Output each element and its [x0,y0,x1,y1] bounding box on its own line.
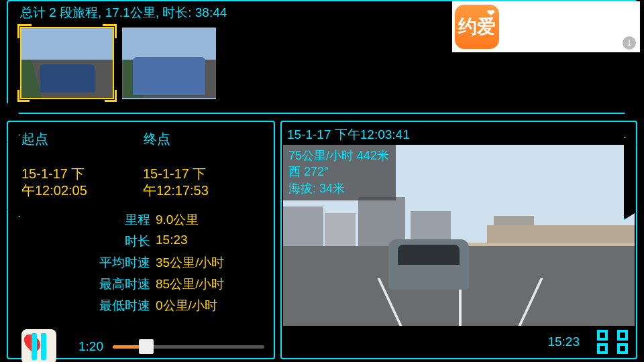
overlay-heading: 西 272° [288,164,389,180]
overlay-altitude: 海拔: 34米 [288,180,389,196]
ad-banner[interactable]: 约爱 ⤓ [452,1,640,52]
pause-icon [21,329,56,362]
video-frame[interactable]: 75公里/小时 442米 西 272° 海拔: 34米 [283,145,635,326]
vehicle-graphic [388,239,469,290]
avg-speed-label: 平均时速 [21,254,156,272]
min-speed-label: 最低时速 [21,297,156,314]
telemetry-overlay: 75公里/小时 442米 西 272° 海拔: 34米 [283,145,396,200]
start-time: 15-1-17 下午12:02:05 [21,166,143,199]
thumbnail-1[interactable] [20,27,114,99]
max-speed-value: 85公里/小时 [156,276,224,293]
trip-stats-panel: 起点 终点 15-1-17 下午12:02:05 15-1-17 下午12:17… [7,121,275,359]
map-pause-button[interactable] [21,329,56,362]
playback-controls: 1:20 [21,318,264,362]
distance-label: 里程 [21,211,156,229]
overlay-speed: 75公里/小时 442米 [288,147,389,164]
video-timestamp: 15-1-17 下午12:03:41 [282,122,636,145]
end-time: 15-1-17 下午12:17:53 [143,166,264,199]
thumbnail-2[interactable] [122,27,216,99]
end-header: 终点 [144,130,170,148]
max-speed-label: 最高时速 [21,276,156,293]
duration-label: 时长 [21,233,156,250]
distance-value: 9.0公里 [156,211,199,229]
ad-icon: 约爱 [455,5,499,49]
ad-info-icon[interactable]: ⤓ [623,36,636,50]
start-header: 起点 [21,130,144,148]
fullscreen-button[interactable] [597,330,628,354]
video-duration: 15:23 [547,335,580,349]
playback-position: 1:20 [66,339,103,354]
video-panel: 15-1-17 下午12:03:41 75公里/小时 442米 西 272° 海… [280,121,637,359]
min-speed-value: 0公里/小时 [156,297,217,314]
duration-value: 15:23 [156,233,188,250]
avg-speed-value: 35公里/小时 [156,254,224,272]
playback-slider[interactable] [113,339,264,355]
